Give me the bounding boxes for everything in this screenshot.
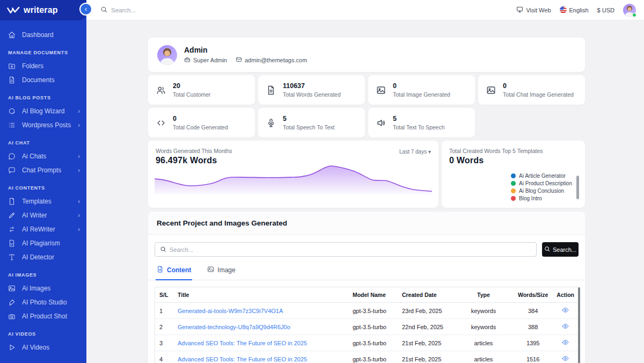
sidebar-collapse-button[interactable]: ‹ bbox=[79, 3, 92, 16]
stat-value: 110637 bbox=[283, 82, 341, 90]
sidebar-item-ai-photo-studio[interactable]: AI Photo Studio bbox=[0, 295, 86, 309]
stat-card-total-code-generated: 0Total Code Generated bbox=[148, 108, 255, 137]
cell-model: gpt-3.5-turbo bbox=[348, 303, 398, 319]
stat-label: Total Text To Speech bbox=[393, 124, 445, 130]
row-title-link[interactable]: Advanced SEO Tools: The Future of SEO in… bbox=[178, 340, 307, 346]
column-header-words-size: Words/Size bbox=[514, 287, 552, 303]
sidebar-section-header-ai-videos: AI VIDEOS bbox=[0, 323, 86, 340]
stat-label: Total Code Generated bbox=[173, 124, 228, 130]
column-header-type: Type bbox=[453, 287, 514, 303]
sidebar-section-header-ai-blog-posts: AI BLOG POSTS bbox=[0, 87, 86, 104]
legend-label: Blog Intro bbox=[519, 195, 542, 201]
image-icon bbox=[486, 85, 496, 95]
column-header-created-date: Created Date bbox=[398, 287, 453, 303]
stat-label: Total Speech To Text bbox=[283, 124, 335, 130]
sidebar-section-header-manage-documents: MANAGE DOCUMENTS bbox=[0, 42, 86, 59]
legend-label: Ai Blog Conclusion bbox=[519, 188, 564, 194]
legend-label: Ai Product Description bbox=[519, 180, 572, 186]
sidebar-item-ai-product-shot[interactable]: AI Product Shot bbox=[0, 309, 86, 323]
sidebar-item-label: AI Writer bbox=[22, 212, 47, 219]
document-icon bbox=[266, 85, 276, 95]
table-search-input[interactable] bbox=[170, 246, 531, 253]
chevron-right-icon: › bbox=[78, 212, 80, 219]
row-title-link[interactable]: Advanced SEO Tools: The Future of SEO in… bbox=[178, 356, 307, 362]
logo[interactable]: writerap bbox=[0, 0, 86, 20]
stat-card-total-text-to-speech: 5Total Text To Speech bbox=[368, 108, 475, 137]
view-eye-icon[interactable] bbox=[562, 307, 569, 314]
table-scrollbar[interactable] bbox=[578, 287, 580, 363]
column-header-model-name: Model Name bbox=[348, 287, 398, 303]
sidebar-item-ai-writer[interactable]: AI Writer› bbox=[0, 208, 86, 222]
view-eye-icon[interactable] bbox=[562, 323, 569, 330]
column-header-title: Title bbox=[173, 287, 348, 303]
text-icon bbox=[8, 253, 16, 261]
stat-card-total-image-generated: 0Total Image Generated bbox=[368, 75, 475, 105]
topbar-search-input[interactable] bbox=[111, 7, 213, 13]
sidebar-item-ai-detector[interactable]: AI Detector bbox=[0, 250, 86, 264]
view-eye-icon[interactable] bbox=[562, 339, 569, 346]
stat-card-total-words-generated: 110637Total Words Generated bbox=[258, 75, 365, 105]
sidebar-item-folders[interactable]: Folders bbox=[0, 59, 86, 73]
sidebar-item-templates[interactable]: Templates› bbox=[0, 194, 86, 208]
search-button[interactable]: Search... bbox=[542, 242, 579, 257]
chevron-right-icon: › bbox=[78, 107, 80, 115]
chevron-right-icon: › bbox=[78, 166, 80, 174]
profile-email: admin@themetags.com bbox=[236, 56, 307, 64]
sidebar-item-ai-chats[interactable]: Ai Chats› bbox=[0, 149, 86, 163]
sidebar-item-ai-images[interactable]: Ai Images bbox=[0, 281, 86, 295]
cell-type: articles bbox=[453, 335, 514, 351]
sidebar-item-dashboard[interactable]: Dashboard bbox=[0, 28, 86, 42]
sidebar-item-wordpress-posts[interactable]: Wordpress Posts› bbox=[0, 118, 86, 132]
view-eye-icon[interactable] bbox=[562, 355, 569, 362]
row-title-link[interactable]: Generated-ai-tools-W9m7z3C9i7V4O1A bbox=[178, 308, 283, 314]
legend-dot bbox=[511, 181, 516, 186]
legend-item-ai-blog-conclusion: Ai Blog Conclusion bbox=[511, 188, 572, 194]
sidebar-item-ai-plagiarism[interactable]: AI Plagiarism bbox=[0, 236, 86, 250]
cell-sl: 2 bbox=[155, 319, 173, 335]
legend-scrollbar[interactable] bbox=[576, 176, 579, 199]
sidebar-item-label: AI Photo Studio bbox=[22, 299, 67, 306]
sidebar-item-label: AI Product Shot bbox=[22, 313, 67, 320]
chat-bubble-icon bbox=[8, 153, 16, 160]
legend-item-ai-article-generator: Ai Article Generator bbox=[511, 173, 572, 179]
sidebar-item-ai-rewriter[interactable]: AI ReWriter› bbox=[0, 222, 86, 236]
image-icon bbox=[8, 285, 16, 292]
top-templates-chart-card: Total Created Words Top 5 Templates 0 Wo… bbox=[442, 141, 585, 208]
sidebar-item-chat-prompts[interactable]: Chat Prompts› bbox=[0, 163, 86, 177]
column-header-action: Action bbox=[552, 287, 579, 303]
user-avatar[interactable] bbox=[623, 4, 636, 17]
tab-image[interactable]: Image bbox=[206, 262, 236, 280]
briefcase-icon bbox=[184, 56, 191, 64]
admin-profile-card: Admin Super Admin admin@themetags.com bbox=[148, 38, 585, 72]
recent-section-title: Recent Project and Images Generated bbox=[148, 212, 585, 235]
sidebar-item-documents[interactable]: Documents bbox=[0, 73, 86, 87]
refresh-icon bbox=[8, 107, 16, 115]
sidebar-item-label: Wordpress Posts bbox=[22, 121, 71, 129]
repeat-icon bbox=[8, 226, 16, 233]
camera-icon bbox=[8, 313, 16, 320]
currency-selector[interactable]: $ USD bbox=[597, 7, 614, 13]
sidebar-item-ai-videos[interactable]: AI Videos bbox=[0, 340, 86, 354]
file-icon bbox=[8, 198, 16, 205]
cell-type: articles bbox=[453, 351, 514, 363]
list-icon bbox=[8, 121, 16, 129]
stat-value: 5 bbox=[393, 115, 445, 122]
tab-content[interactable]: Content bbox=[156, 262, 192, 280]
area-chart bbox=[155, 163, 432, 194]
cell-words: 1516 bbox=[514, 351, 552, 363]
profile-avatar bbox=[157, 45, 177, 65]
language-selector[interactable]: English bbox=[560, 6, 589, 13]
row-title-link[interactable]: Generated-technology-U8q7a9Q9d4R6J0o bbox=[178, 324, 290, 330]
range-selector-dropdown[interactable]: Last 7 days ▾ bbox=[399, 149, 431, 155]
speaker-icon bbox=[376, 118, 386, 128]
stat-label: Total Words Generated bbox=[283, 91, 341, 98]
results-table-wrap: S/LTitleModel NameCreated DateTypeWords/… bbox=[155, 287, 579, 363]
stat-value: 5 bbox=[283, 115, 335, 122]
chevron-right-icon: › bbox=[78, 121, 80, 129]
sidebar-item-ai-blog-wizard[interactable]: AI Blog Wizard› bbox=[0, 104, 86, 118]
visit-web-link[interactable]: Visit Web bbox=[516, 6, 551, 14]
cell-date: 21st Feb, 2025 bbox=[398, 335, 453, 351]
sidebar-item-label: Ai Images bbox=[22, 285, 50, 292]
sidebar: writerap DashboardMANAGE DOCUMENTSFolder… bbox=[0, 0, 86, 363]
stat-card-total-customer: 20Total Customer bbox=[148, 75, 255, 105]
